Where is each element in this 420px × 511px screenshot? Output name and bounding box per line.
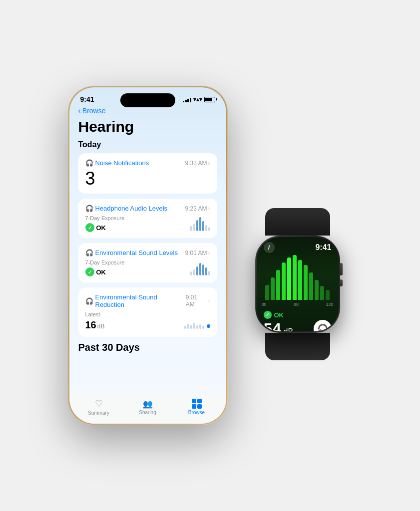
tab-bar: ♡ Summary 👥 Sharing Browse bbox=[69, 394, 226, 424]
watch-bar bbox=[276, 270, 280, 300]
chevron-right-icon-3: › bbox=[208, 250, 210, 256]
tab-sharing-label: Sharing bbox=[139, 410, 156, 415]
watch-ok-icon: ✓ bbox=[264, 311, 272, 319]
watch-bar bbox=[287, 257, 291, 300]
watch-bar bbox=[282, 262, 286, 300]
reduction-chart-bars bbox=[184, 314, 204, 329]
past30-section-title: Past 30 Days bbox=[78, 342, 217, 353]
back-chevron-icon: ‹ bbox=[78, 106, 81, 115]
watch-bar bbox=[265, 285, 269, 300]
watch-db-unit: dB bbox=[284, 327, 294, 331]
tab-browse-label: Browse bbox=[188, 410, 205, 415]
iphone-screen: 9:41 ▾▴▾ ‹ bbox=[69, 87, 226, 424]
chevron-right-icon-2: › bbox=[208, 205, 210, 212]
env-sound-chart-bars bbox=[190, 260, 210, 275]
watch-band-top bbox=[265, 208, 330, 236]
tab-summary[interactable]: ♡ Summary bbox=[74, 398, 123, 416]
headphone-chart bbox=[190, 216, 210, 231]
wifi-icon: ▾▴▾ bbox=[193, 96, 202, 103]
apple-watch-device: i 9:41 30 80 120 ✓ OK bbox=[243, 208, 353, 343]
axis-label-30: 30 bbox=[262, 302, 267, 307]
people-icon: 👥 bbox=[143, 399, 153, 409]
headphone-chart-bars bbox=[190, 216, 210, 231]
watch-db-value: 54 bbox=[264, 320, 282, 331]
watch-bar bbox=[309, 272, 313, 300]
headphone-sub-label: 7-Day Exposure bbox=[85, 215, 190, 221]
axis-label-80: 80 bbox=[294, 302, 299, 307]
page-title: Hearing bbox=[78, 118, 217, 135]
headphone-audio-card[interactable]: 🎧 Headphone Audio Levels 9:23 AM › 7-Day… bbox=[78, 199, 217, 238]
today-section-title: Today bbox=[78, 140, 217, 149]
chevron-right-icon-4: › bbox=[208, 297, 210, 304]
watch-bar bbox=[293, 255, 297, 300]
environmental-reduction-body: Latest 16 dB bbox=[85, 311, 210, 331]
noise-notifications-card[interactable]: 🎧 Noise Notifications 9:33 AM › 3 bbox=[78, 153, 217, 194]
blue-dot-indicator bbox=[207, 324, 210, 328]
tab-sharing[interactable]: 👥 Sharing bbox=[123, 399, 172, 415]
ok-checkmark-icon: ✓ bbox=[85, 223, 94, 232]
reduction-unit: dB bbox=[97, 323, 105, 330]
watch-bar bbox=[271, 277, 275, 300]
headphone-ok-badge: ✓ OK bbox=[85, 223, 190, 232]
watch-info-button[interactable]: i bbox=[264, 242, 275, 253]
environmental-sound-title: 🎧 Environmental Sound Levels bbox=[85, 249, 178, 256]
status-time: 9:41 bbox=[80, 95, 94, 103]
noise-count-value: 3 bbox=[85, 170, 210, 188]
status-icons: ▾▴▾ bbox=[183, 96, 215, 103]
watch-screen: i 9:41 30 80 120 ✓ OK bbox=[257, 237, 339, 331]
watch-crown bbox=[340, 263, 343, 275]
ear-icon-2: 🎧 bbox=[85, 205, 93, 212]
scene: 9:41 ▾▴▾ ‹ bbox=[68, 86, 353, 425]
tab-browse[interactable]: Browse bbox=[172, 399, 221, 415]
watch-bar bbox=[320, 286, 324, 300]
watch-time: 9:41 bbox=[315, 243, 331, 252]
env-sound-ok-badge: ✓ OK bbox=[85, 267, 190, 276]
tab-summary-label: Summary bbox=[88, 410, 109, 416]
watch-header: i 9:41 bbox=[257, 237, 339, 255]
environmental-reduction-card[interactable]: 🎧 Environmental Sound Reduction 9:01 AM … bbox=[78, 287, 217, 337]
airpods-icon: 🎧 bbox=[314, 320, 332, 331]
grid-icon bbox=[192, 399, 202, 409]
reduction-sub-label: Latest bbox=[85, 311, 184, 317]
env-sound-chart bbox=[190, 260, 210, 275]
watch-bar bbox=[315, 280, 319, 300]
environmental-sound-card[interactable]: 🎧 Environmental Sound Levels 9:01 AM › 7… bbox=[78, 243, 217, 282]
watch-body: i 9:41 30 80 120 ✓ OK bbox=[255, 236, 340, 333]
ear-icon-3: 🎧 bbox=[85, 249, 93, 256]
watch-band-bottom bbox=[265, 333, 330, 360]
noise-notifications-time: 9:33 AM › bbox=[185, 160, 210, 167]
reduction-value: 16 bbox=[85, 319, 96, 331]
watch-bar bbox=[304, 265, 308, 300]
watch-axis: 30 80 120 bbox=[257, 302, 339, 309]
watch-bar bbox=[298, 260, 302, 300]
app-content: ‹ Browse Hearing Today 🎧 Noise Notificat… bbox=[69, 106, 226, 393]
env-sound-sub-label: 7-Day Exposure bbox=[85, 259, 190, 265]
reduction-chart bbox=[184, 314, 210, 329]
watch-db-row: 54 dB 🎧 bbox=[257, 320, 339, 331]
ear-icon-1: 🎧 bbox=[85, 159, 93, 167]
back-label: Browse bbox=[82, 107, 106, 115]
watch-sound-viz bbox=[257, 255, 339, 302]
headphone-audio-time: 9:23 AM › bbox=[185, 205, 210, 212]
chevron-right-icon: › bbox=[208, 160, 210, 167]
back-button[interactable]: ‹ Browse bbox=[78, 106, 217, 115]
ear-icon-4: 🎧 bbox=[85, 297, 93, 305]
environmental-sound-body: 7-Day Exposure ✓ OK bbox=[85, 259, 210, 276]
battery-icon bbox=[204, 97, 215, 102]
watch-bar bbox=[326, 290, 330, 300]
environmental-reduction-title: 🎧 Environmental Sound Reduction bbox=[85, 293, 186, 308]
iphone-device: 9:41 ▾▴▾ ‹ bbox=[68, 86, 228, 425]
watch-ok-status: ✓ OK bbox=[257, 309, 339, 320]
heart-icon: ♡ bbox=[95, 398, 103, 409]
dynamic-island bbox=[120, 93, 175, 107]
environmental-reduction-time: 9:01 AM › bbox=[186, 294, 210, 308]
watch-ok-text: OK bbox=[274, 311, 284, 319]
environmental-sound-time: 9:01 AM › bbox=[185, 250, 210, 256]
watch-side-button bbox=[340, 279, 343, 286]
axis-label-120: 120 bbox=[326, 302, 333, 307]
headphone-audio-title: 🎧 Headphone Audio Levels bbox=[85, 205, 168, 212]
signal-icon bbox=[183, 97, 191, 102]
noise-notifications-title: 🎧 Noise Notifications bbox=[85, 159, 149, 167]
headphone-audio-body: 7-Day Exposure ✓ OK bbox=[85, 215, 210, 232]
ok-checkmark-icon-2: ✓ bbox=[85, 267, 94, 276]
